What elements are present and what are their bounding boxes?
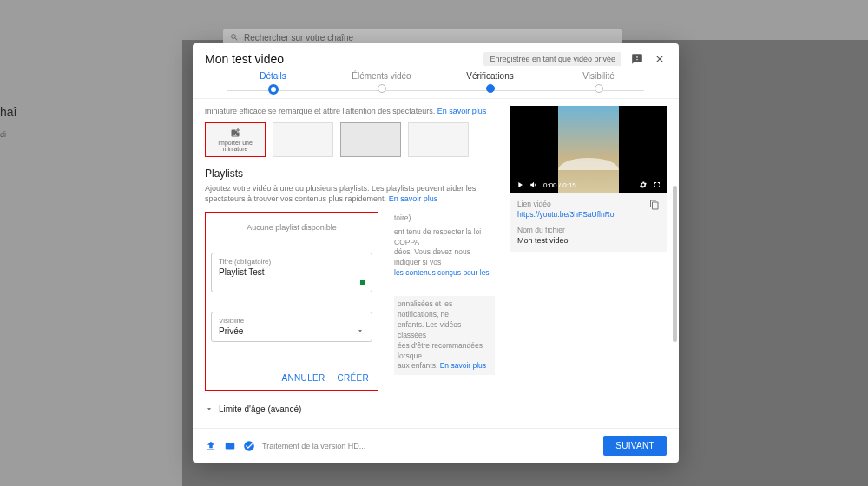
thumbnail-slot-1[interactable] — [273, 122, 333, 157]
filename-label: Nom du fichier — [517, 226, 660, 234]
valid-indicator-icon — [360, 280, 365, 285]
chevron-down-icon — [205, 404, 214, 413]
playlists-learn-more-link[interactable]: En savoir plus — [389, 194, 438, 203]
video-preview[interactable]: 0:00 / 0:15 — [510, 106, 667, 193]
step-elements[interactable]: Éléments vidéo — [327, 71, 436, 95]
filename-value: Mon test video — [517, 236, 660, 245]
stepper: Détails Éléments vidéo Vérifications Vis… — [193, 71, 679, 95]
thumbnail-hint: miniature efficace se remarque et attire… — [205, 106, 495, 117]
playlist-create-panel: Aucune playlist disponible Titre (obliga… — [205, 212, 378, 391]
age-restriction-expander[interactable]: Limite d'âge (avancé) — [205, 404, 495, 414]
thumbnail-learn-more-link[interactable]: En savoir plus — [437, 107, 487, 115]
import-thumbnail-button[interactable]: Importer une miniature — [205, 122, 266, 157]
step-visibility[interactable]: Visibilité — [544, 71, 653, 95]
playlist-visibility-value: Privée — [219, 326, 365, 336]
cancel-button[interactable]: ANNULER — [282, 373, 326, 383]
playlists-hint: Ajoutez votre vidéo à une ou plusieurs p… — [205, 183, 495, 205]
kids-learn-more-link[interactable]: En savoir plus — [440, 361, 486, 370]
playlist-title-value: Playlist Test — [219, 267, 365, 277]
playlist-empty-text: Aucune playlist disponible — [211, 218, 372, 246]
volume-icon[interactable] — [529, 181, 538, 189]
scrollbar[interactable] — [673, 186, 677, 342]
play-icon[interactable] — [516, 181, 524, 189]
chevron-down-icon — [356, 323, 365, 338]
add-image-icon — [230, 128, 240, 138]
audience-info-text: toire) ent tenu de respecter la loi COPP… — [387, 213, 495, 376]
modal-title: Mon test video — [205, 52, 284, 66]
fullscreen-icon[interactable] — [653, 181, 661, 189]
processing-status: Traitement de la version HD... — [262, 442, 365, 450]
close-icon[interactable] — [653, 52, 667, 66]
create-button[interactable]: CRÉER — [337, 373, 369, 383]
playlist-visibility-select[interactable]: Visibilité Privée — [211, 312, 372, 342]
playlists-heading: Playlists — [205, 167, 495, 180]
step-details[interactable]: Détails — [219, 71, 327, 95]
step-checks[interactable]: Vérifications — [436, 71, 544, 95]
video-link[interactable]: https://youtu.be/3hFSaUflnRo — [517, 210, 649, 219]
copy-link-button[interactable] — [649, 200, 660, 212]
kids-content-link[interactable]: les contenus conçus pour les — [394, 268, 490, 277]
thumbnail-slot-3[interactable] — [408, 122, 469, 157]
sd-badge-icon — [224, 440, 236, 452]
next-button[interactable]: SUIVANT — [603, 436, 667, 456]
video-time: 0:00 / 0:15 — [543, 181, 576, 189]
check-circle-icon — [243, 440, 255, 452]
thumbnail-slot-2[interactable] — [340, 122, 401, 157]
upload-icon — [205, 440, 217, 452]
upload-modal: Mon test video Enregistrée en tant que v… — [193, 43, 679, 463]
video-metadata: Lien vidéo https://youtu.be/3hFSaUflnRo … — [510, 193, 667, 252]
video-controls: 0:00 / 0:15 — [510, 177, 667, 193]
save-state-badge: Enregistrée en tant que vidéo privée — [483, 52, 621, 66]
playlist-title-field[interactable]: Titre (obligatoire) Playlist Test — [211, 253, 372, 292]
svg-rect-0 — [226, 443, 235, 449]
feedback-icon[interactable] — [630, 52, 644, 66]
video-link-label: Lien vidéo — [517, 200, 649, 208]
gear-icon[interactable] — [639, 181, 648, 189]
